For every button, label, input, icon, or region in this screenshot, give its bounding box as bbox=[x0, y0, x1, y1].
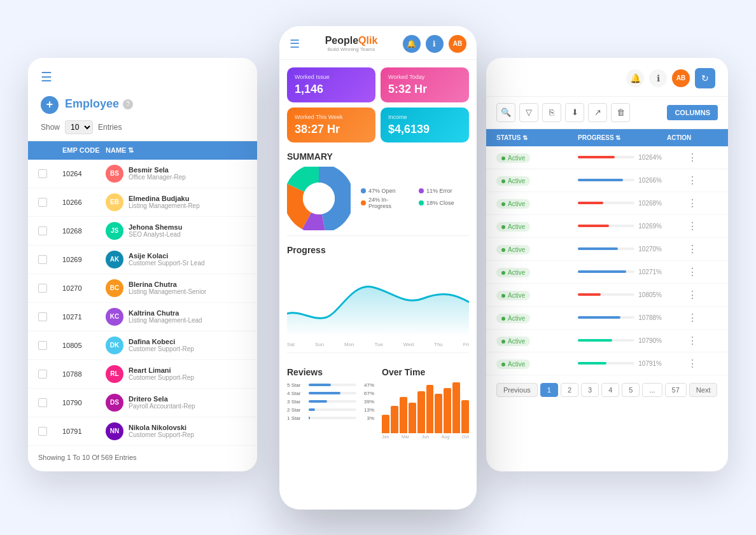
table-row[interactable]: 10790 DS Dritero Sela Payroll Accountant… bbox=[28, 389, 257, 417]
row-checkbox[interactable] bbox=[38, 169, 47, 178]
table-row[interactable]: 10264 BS Besmir Sela Office Manager-Rep bbox=[28, 160, 257, 188]
table-row[interactable]: 10269 AK Asije Kolaci Customer Support-S… bbox=[28, 246, 257, 274]
progress-bar-bg bbox=[578, 156, 634, 158]
page-btn-5[interactable]: 5 bbox=[622, 383, 640, 397]
action-menu[interactable]: ⋮ bbox=[667, 266, 718, 278]
mobile-hamburger-icon[interactable]: ☰ bbox=[290, 37, 300, 51]
status-badge: Active bbox=[496, 359, 530, 369]
table-row[interactable]: 10270 BC Blerina Chutra Listing Manageme… bbox=[28, 274, 257, 303]
action-menu[interactable]: ⋮ bbox=[667, 335, 718, 347]
hamburger-icon[interactable]: ☰ bbox=[41, 69, 244, 85]
right-table-row[interactable]: Active 10268% ⋮ bbox=[486, 192, 728, 215]
page-btn-3[interactable]: 3 bbox=[581, 383, 599, 397]
help-icon[interactable]: ? bbox=[123, 99, 133, 109]
profile-avatar[interactable]: AB bbox=[449, 35, 466, 53]
right-table-row[interactable]: Active 10271% ⋮ bbox=[486, 261, 728, 284]
status-dot bbox=[501, 340, 505, 344]
copy-button[interactable]: ⎘ bbox=[542, 103, 561, 122]
emp-code-header[interactable]: EMP CODE bbox=[62, 146, 101, 155]
progress-bar-bg bbox=[578, 362, 634, 365]
row-checkbox[interactable] bbox=[38, 284, 47, 293]
progress-bar-bg bbox=[578, 293, 634, 296]
status-badge: Active bbox=[496, 268, 530, 277]
status-col-header[interactable]: STATUS ⇅ bbox=[496, 134, 573, 141]
user-avatar-right[interactable]: AB bbox=[672, 69, 690, 87]
row-checkbox[interactable] bbox=[38, 198, 47, 207]
stat-label: Worked This Week bbox=[295, 114, 368, 120]
page-btn-4[interactable]: 4 bbox=[601, 383, 619, 397]
progress-title: Progress bbox=[287, 245, 469, 255]
row-checkbox[interactable] bbox=[38, 398, 47, 407]
refresh-button[interactable]: ↻ bbox=[695, 68, 715, 88]
review-label: 5 Star bbox=[287, 382, 306, 388]
page-btn-1[interactable]: 1 bbox=[540, 383, 558, 397]
download-button[interactable]: ⬇ bbox=[565, 103, 584, 122]
action-menu[interactable]: ⋮ bbox=[667, 358, 718, 370]
action-menu[interactable]: ⋮ bbox=[667, 312, 718, 324]
columns-button[interactable]: COLUMNS bbox=[667, 105, 718, 120]
right-table-row[interactable]: Active 10791% ⋮ bbox=[486, 352, 728, 375]
chart-legend: 47% Open 11% Error 24% In-Progress 18% C… bbox=[361, 188, 469, 209]
row-checkbox[interactable] bbox=[38, 427, 47, 436]
right-table-row[interactable]: Active 10266% ⋮ bbox=[486, 169, 728, 192]
status-badge: Active bbox=[496, 337, 530, 346]
next-button[interactable]: Next bbox=[689, 383, 718, 397]
page-btn-2[interactable]: 2 bbox=[561, 383, 578, 397]
emp-info-cell: DS Dritero Sela Payroll Accountant-Rep bbox=[106, 394, 247, 412]
notification-icon[interactable]: 🔔 bbox=[403, 35, 421, 53]
bell-icon[interactable]: 🔔 bbox=[626, 69, 644, 87]
add-employee-button[interactable]: + bbox=[41, 96, 59, 114]
table-row[interactable]: 10266 EB Elmedina Budjaku Listing Manage… bbox=[28, 188, 257, 217]
review-percent: 3% bbox=[359, 415, 374, 421]
legend-label: 11% Error bbox=[426, 188, 452, 194]
entries-select[interactable]: 10 25 50 bbox=[65, 120, 93, 134]
row-checkbox[interactable] bbox=[38, 341, 47, 350]
status-dot bbox=[501, 248, 505, 252]
action-menu[interactable]: ⋮ bbox=[667, 174, 718, 186]
action-menu[interactable]: ⋮ bbox=[667, 197, 718, 209]
filter-button[interactable]: ▽ bbox=[519, 103, 538, 122]
table-row[interactable]: 10268 JS Jehona Shemsu SEO Analyst-Lead bbox=[28, 217, 257, 246]
emp-info-cell: BC Blerina Chutra Listing Management-Sen… bbox=[106, 279, 247, 297]
progress-bar-bg bbox=[578, 179, 634, 181]
legend-item: 11% Error bbox=[419, 188, 469, 194]
name-header[interactable]: NAME ⇅ bbox=[106, 146, 247, 155]
progress-bar-fill bbox=[578, 362, 606, 365]
show-label: Show bbox=[41, 123, 60, 132]
table-row[interactable]: 10805 DK Dafina Kobeci Customer Support-… bbox=[28, 331, 257, 360]
right-table-row[interactable]: Active 10790% ⋮ bbox=[486, 330, 728, 352]
emp-role: Payroll Accountant-Rep bbox=[129, 403, 247, 410]
action-menu[interactable]: ⋮ bbox=[667, 151, 718, 163]
share-button[interactable]: ↗ bbox=[588, 103, 607, 122]
row-checkbox[interactable] bbox=[38, 370, 47, 379]
delete-button[interactable]: 🗑 bbox=[611, 103, 630, 122]
table-row[interactable]: 10788 RL Reart Limani Customer Support-R… bbox=[28, 360, 257, 389]
overtime-bar bbox=[391, 406, 398, 433]
right-table-row[interactable]: Active 10788% ⋮ bbox=[486, 307, 728, 330]
row-checkbox[interactable] bbox=[38, 255, 47, 264]
table-row[interactable]: 10271 KC Kaltrina Chutra Listing Managem… bbox=[28, 303, 257, 331]
right-table-row[interactable]: Active 10264% ⋮ bbox=[486, 146, 728, 169]
legend-dot bbox=[361, 188, 366, 193]
page-btn-...[interactable]: ... bbox=[642, 383, 662, 397]
progress-col-header[interactable]: PROGRESS ⇅ bbox=[578, 134, 662, 141]
center-mobile: ☰ PeopleQlik Build Winning Teams 🔔 ℹ AB … bbox=[279, 26, 477, 510]
row-checkbox[interactable] bbox=[38, 312, 47, 321]
action-menu[interactable]: ⋮ bbox=[667, 243, 718, 255]
row-checkbox[interactable] bbox=[38, 226, 47, 235]
search-button[interactable]: 🔍 bbox=[496, 103, 515, 122]
emp-role: Customer Support-Rep bbox=[129, 345, 247, 352]
emp-details: Dafina Kobeci Customer Support-Rep bbox=[129, 338, 247, 352]
action-menu[interactable]: ⋮ bbox=[667, 289, 718, 301]
table-row[interactable]: 10791 NN Nikola Nikolovski Customer Supp… bbox=[28, 417, 257, 446]
right-table-row[interactable]: Active 10805% ⋮ bbox=[486, 284, 728, 307]
prev-button[interactable]: Previous bbox=[496, 383, 538, 397]
page-btn-57[interactable]: 57 bbox=[665, 383, 687, 397]
right-table-row[interactable]: Active 10269% ⋮ bbox=[486, 215, 728, 238]
right-table-row[interactable]: Active 10270% ⋮ bbox=[486, 238, 728, 261]
action-menu[interactable]: ⋮ bbox=[667, 220, 718, 232]
info-icon[interactable]: ℹ bbox=[426, 35, 444, 53]
review-label: 1 Star bbox=[287, 415, 306, 421]
info-icon-right[interactable]: ℹ bbox=[649, 69, 667, 87]
review-percent: 47% bbox=[359, 382, 374, 388]
